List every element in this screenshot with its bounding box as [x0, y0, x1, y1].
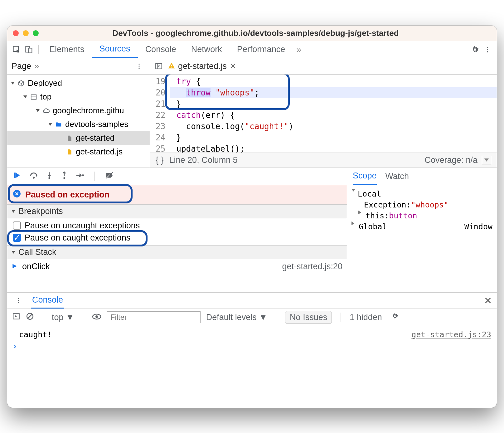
svg-point-22	[82, 174, 84, 176]
cursor-position: Line 20, Column 5	[169, 155, 238, 165]
svg-point-27	[18, 300, 19, 301]
log-levels-selector[interactable]: Default levels ▼	[206, 313, 267, 322]
svg-rect-13	[171, 65, 172, 66]
svg-line-31	[28, 314, 32, 318]
tab-network[interactable]: Network	[184, 41, 230, 58]
cloud-icon	[42, 107, 50, 115]
pause-message: Paused on exception	[7, 185, 347, 204]
navigator-head: Page	[7, 58, 150, 75]
resume-icon[interactable]	[13, 171, 22, 182]
minimize-window-button[interactable]	[23, 30, 29, 36]
console-sidebar-toggle-icon[interactable]	[12, 312, 20, 323]
console-prompt[interactable]: ›	[13, 340, 491, 352]
step-out-icon[interactable]	[60, 171, 68, 182]
callstack-header[interactable]: Call Stack	[7, 245, 347, 259]
context-selector[interactable]: top ▼	[52, 313, 74, 322]
code-area[interactable]: 19202122232425 try { throw "whoops"; } c…	[150, 75, 497, 153]
close-tab-icon[interactable]: ✕	[230, 62, 236, 71]
device-toggle-icon[interactable]	[23, 43, 35, 56]
tree-top[interactable]: top	[7, 90, 150, 104]
svg-point-18	[48, 177, 50, 178]
scope-this[interactable]: this: button	[351, 210, 492, 221]
svg-point-8	[138, 68, 140, 69]
document-icon	[65, 134, 73, 142]
scope-local[interactable]: Local	[351, 188, 492, 199]
devtools-window: DevTools - googlechrome.github.io/devtoo…	[7, 26, 497, 408]
issues-button[interactable]: No Issues	[285, 311, 332, 324]
code-body: try { throw "whoops"; } catch(err) { con…	[170, 75, 497, 153]
message-source-link[interactable]: get-started.js:23	[411, 330, 491, 339]
console-filter-input[interactable]	[107, 311, 201, 323]
inspect-element-icon[interactable]	[10, 43, 23, 56]
drawer-menu-icon[interactable]	[12, 294, 25, 307]
tree-label: get-started.js	[76, 147, 123, 157]
tree-label: get-started	[76, 133, 114, 143]
checkbox-checked-icon: ✓	[13, 234, 21, 242]
step-over-icon[interactable]	[29, 171, 38, 182]
tab-elements[interactable]: Elements	[42, 41, 92, 58]
clear-console-icon[interactable]	[26, 312, 34, 323]
navigator-menu-icon[interactable]	[133, 60, 145, 72]
tree-file-html[interactable]: get-started	[7, 131, 150, 145]
tab-scope[interactable]: Scope	[353, 168, 377, 185]
tree-label: Deployed	[28, 78, 62, 88]
tree-domain[interactable]: googlechrome.githu	[7, 104, 150, 118]
stack-frame[interactable]: onClick get-started.js:20	[7, 259, 347, 274]
tab-watch[interactable]: Watch	[385, 172, 409, 181]
kebab-menu-icon[interactable]	[481, 43, 494, 56]
warning-icon	[168, 61, 175, 71]
js-file-icon	[65, 148, 73, 156]
svg-point-7	[138, 66, 140, 67]
pause-uncaught-checkbox[interactable]: Pause on uncaught exceptions	[12, 220, 342, 232]
file-tab-label: get-started.js	[178, 61, 227, 71]
svg-point-20	[63, 177, 65, 178]
deactivate-breakpoints-icon[interactable]	[105, 171, 114, 182]
code-editor: get-started.js ✕ 19202122232425 try { th…	[150, 58, 497, 168]
tree-folder[interactable]: devtools-samples	[7, 118, 150, 131]
navigator-page-label[interactable]: Page	[12, 61, 31, 71]
more-tabs-icon[interactable]	[293, 43, 305, 56]
svg-rect-9	[31, 95, 36, 99]
console-drawer: Console ✕ top ▼ Default levels ▼ No Issu…	[7, 293, 497, 408]
svg-point-28	[18, 302, 19, 303]
hidden-count: 1 hidden	[350, 313, 382, 322]
tree-root[interactable]: Deployed	[7, 76, 150, 90]
maximize-window-button[interactable]	[33, 30, 39, 36]
panel-tabs: Elements Sources Console Network Perform…	[7, 41, 497, 58]
pause-caught-checkbox[interactable]: ✓ Pause on caught exceptions	[12, 232, 342, 244]
console-body: caught! get-started.js:23 ›	[7, 326, 497, 408]
traffic-lights	[13, 30, 39, 36]
file-tab[interactable]: get-started.js ✕	[165, 61, 239, 71]
svg-rect-15	[14, 173, 16, 178]
breakpoints-header[interactable]: Breakpoints	[7, 204, 347, 218]
step-into-icon[interactable]	[45, 171, 53, 182]
live-expression-icon[interactable]	[92, 313, 101, 322]
tab-performance[interactable]: Performance	[230, 41, 293, 58]
tab-console[interactable]: Console	[138, 41, 184, 58]
navigator-more-icon[interactable]	[34, 61, 39, 71]
coverage-toggle-icon[interactable]	[482, 156, 491, 164]
settings-gear-icon[interactable]	[469, 43, 481, 56]
console-settings-gear-icon[interactable]	[391, 312, 399, 323]
svg-point-16	[33, 177, 35, 178]
sources-split: Page Deployed top	[7, 58, 497, 168]
step-icon[interactable]	[75, 171, 85, 182]
folder-icon	[55, 120, 63, 129]
debugger-pane: Paused on exception Breakpoints Pause on…	[7, 168, 497, 293]
chevron-right-icon: ›	[13, 342, 17, 351]
cube-icon	[17, 79, 25, 87]
file-tree: Deployed top googlechrome.githu devtools…	[7, 75, 150, 168]
close-window-button[interactable]	[13, 30, 19, 36]
scope-global[interactable]: GlobalWindow	[351, 221, 492, 232]
tree-label: top	[40, 92, 51, 102]
close-drawer-icon[interactable]: ✕	[484, 295, 492, 306]
toggle-navigator-icon[interactable]	[153, 60, 165, 72]
braces-icon[interactable]: { }	[156, 155, 164, 165]
window-title: DevTools - googlechrome.github.io/devtoo…	[45, 28, 491, 38]
tree-file-js[interactable]: get-started.js	[7, 145, 150, 159]
checkbox-unchecked-icon	[13, 221, 21, 230]
console-drawer-label[interactable]: Console	[31, 293, 64, 309]
tab-sources[interactable]: Sources	[92, 41, 138, 58]
svg-point-4	[487, 49, 488, 50]
svg-rect-14	[171, 67, 172, 67]
